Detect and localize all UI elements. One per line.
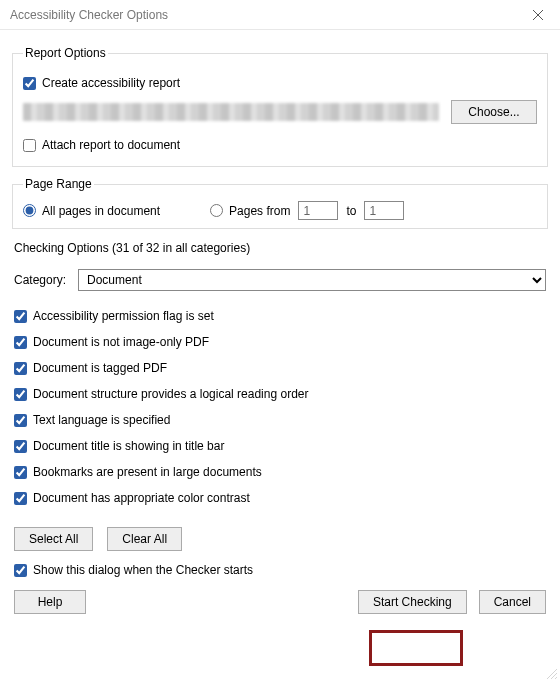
all-pages-label: All pages in document: [42, 204, 160, 218]
create-report-label: Create accessibility report: [42, 76, 180, 90]
checking-options-title: Checking Options (31 of 32 in all catego…: [14, 241, 548, 255]
all-pages-radio[interactable]: All pages in document: [23, 204, 160, 218]
help-button[interactable]: Help: [14, 590, 86, 614]
check-item[interactable]: Document is not image-only PDF: [14, 335, 209, 349]
choose-path-button[interactable]: Choose...: [451, 100, 537, 124]
category-select[interactable]: Document: [78, 269, 546, 291]
clear-all-button[interactable]: Clear All: [107, 527, 182, 551]
show-dialog-checkbox[interactable]: Show this dialog when the Checker starts: [14, 563, 253, 577]
check-item-label: Document title is showing in title bar: [33, 439, 224, 453]
check-item-label: Accessibility permission flag is set: [33, 309, 214, 323]
page-range-group: Page Range All pages in document Pages f…: [12, 177, 548, 229]
page-from-field[interactable]: [298, 201, 338, 220]
select-all-button[interactable]: Select All: [14, 527, 93, 551]
check-item-input[interactable]: [14, 388, 27, 401]
check-item[interactable]: Document structure provides a logical re…: [14, 387, 308, 401]
check-item[interactable]: Document has appropriate color contrast: [14, 491, 250, 505]
attach-report-label: Attach report to document: [42, 138, 180, 152]
start-checking-button[interactable]: Start Checking: [358, 590, 467, 614]
check-item-label: Bookmarks are present in large documents: [33, 465, 262, 479]
show-dialog-label: Show this dialog when the Checker starts: [33, 563, 253, 577]
page-to-field[interactable]: [364, 201, 404, 220]
check-item[interactable]: Document is tagged PDF: [14, 361, 167, 375]
window-title: Accessibility Checker Options: [10, 8, 168, 22]
checking-options-list: Accessibility permission flag is setDocu…: [12, 309, 548, 505]
dialog-content: Report Options Create accessibility repo…: [0, 30, 560, 624]
report-path-display: [23, 103, 439, 121]
attach-report-checkbox[interactable]: Attach report to document: [23, 138, 180, 152]
resize-grip-icon[interactable]: [544, 666, 558, 680]
check-item[interactable]: Document title is showing in title bar: [14, 439, 224, 453]
show-dialog-input[interactable]: [14, 564, 27, 577]
check-item[interactable]: Text language is specified: [14, 413, 170, 427]
check-item-input[interactable]: [14, 336, 27, 349]
start-checking-highlight: [369, 630, 463, 666]
pages-from-label: Pages from: [229, 204, 290, 218]
check-item-label: Text language is specified: [33, 413, 170, 427]
pages-from-radio[interactable]: Pages from: [210, 204, 290, 218]
all-pages-input[interactable]: [23, 204, 36, 217]
close-button[interactable]: [516, 0, 560, 30]
pages-from-input[interactable]: [210, 204, 223, 217]
check-item-input[interactable]: [14, 492, 27, 505]
attach-report-input[interactable]: [23, 139, 36, 152]
page-to-label: to: [346, 204, 356, 218]
title-bar: Accessibility Checker Options: [0, 0, 560, 30]
check-item-label: Document has appropriate color contrast: [33, 491, 250, 505]
create-report-checkbox[interactable]: Create accessibility report: [23, 76, 180, 90]
check-item-input[interactable]: [14, 362, 27, 375]
category-label: Category:: [14, 273, 66, 287]
check-item[interactable]: Accessibility permission flag is set: [14, 309, 214, 323]
check-item-label: Document structure provides a logical re…: [33, 387, 308, 401]
create-report-input[interactable]: [23, 77, 36, 90]
check-item-input[interactable]: [14, 310, 27, 323]
check-item-input[interactable]: [14, 466, 27, 479]
check-item-label: Document is not image-only PDF: [33, 335, 209, 349]
check-item-input[interactable]: [14, 440, 27, 453]
report-options-legend: Report Options: [23, 46, 108, 60]
check-item-input[interactable]: [14, 414, 27, 427]
close-icon: [533, 10, 543, 20]
check-item-label: Document is tagged PDF: [33, 361, 167, 375]
page-range-legend: Page Range: [23, 177, 94, 191]
report-options-group: Report Options Create accessibility repo…: [12, 46, 548, 167]
cancel-button[interactable]: Cancel: [479, 590, 546, 614]
svg-line-4: [555, 677, 557, 679]
check-item[interactable]: Bookmarks are present in large documents: [14, 465, 262, 479]
